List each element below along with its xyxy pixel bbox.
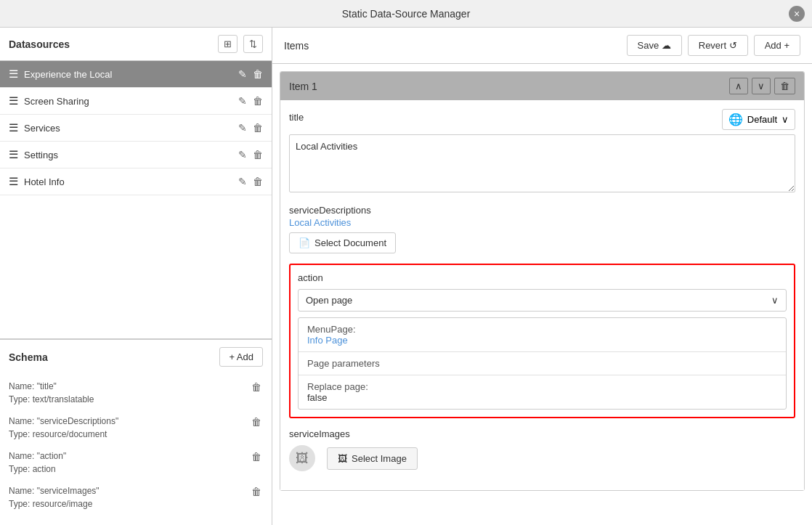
schema-label: Schema [9, 351, 48, 363]
datasources-label: Datasources [9, 38, 70, 50]
page-params-row: Page parameters [299, 352, 786, 375]
save-button[interactable]: Save ☁ [627, 35, 682, 56]
browse-icon-button[interactable]: ⊞ [218, 35, 237, 53]
edit-button-settings[interactable]: ✎ [238, 149, 247, 160]
datasource-item-hotel-info[interactable]: ☰ Hotel Info ✎ 🗑 [0, 168, 272, 195]
schema-delete-title[interactable]: 🗑 [250, 380, 263, 394]
ds-stack-icon-2: ☰ [9, 94, 18, 107]
ds-stack-icon: ☰ [9, 68, 18, 81]
datasource-label-2: Screen Sharing [24, 96, 238, 107]
item-down-button[interactable]: ∨ [752, 78, 771, 94]
datasource-label-5: Hotel Info [24, 176, 238, 187]
select-img-label: Select Image [352, 453, 407, 464]
title-field-label: title [289, 112, 304, 123]
action-dropdown[interactable]: Open page ∨ [298, 289, 787, 312]
item-up-button[interactable]: ∧ [729, 78, 748, 94]
left-panel: Datasources ⊞ ⇅ ☰ Experience the Local ✎… [0, 28, 272, 525]
replace-page-row: Replace page: false [299, 375, 786, 409]
delete-button-settings[interactable]: 🗑 [253, 149, 263, 160]
service-images-label: serviceImages [289, 428, 795, 439]
select-doc-label: Select Document [314, 237, 386, 248]
window-title: Static Data-Source Manager [342, 8, 471, 20]
datasource-item-screen-sharing[interactable]: ☰ Screen Sharing ✎ 🗑 [0, 88, 272, 115]
action-dropdown-value: Open page [306, 295, 352, 306]
action-label: action [298, 272, 787, 283]
schema-field-title: Name: "title" Type: text/translatable 🗑 [9, 380, 263, 406]
lang-label: Default [747, 114, 777, 125]
edit-button-hotel[interactable]: ✎ [238, 176, 247, 187]
datasource-item-services[interactable]: ☰ Services ✎ 🗑 [0, 115, 272, 142]
schema-add-button[interactable]: + Add [219, 347, 263, 367]
delete-button-services[interactable]: 🗑 [253, 122, 263, 134]
title-field-header: title 🌐 Default ∨ [289, 109, 795, 130]
datasource-label: Experience the Local [24, 69, 238, 80]
schema-field-service-images: Name: "serviceImages" Type: resource/ima… [9, 484, 263, 510]
datasources-header-actions: ⊞ ⇅ [215, 35, 263, 53]
datasource-label-3: Services [24, 123, 238, 134]
schema-field-name-title: Name: "title" [9, 380, 94, 393]
schema-field-name-servicedesc: Name: "serviceDescriptions" [9, 415, 118, 428]
main-layout: Datasources ⊞ ⇅ ☰ Experience the Local ✎… [0, 28, 812, 525]
right-content: Item 1 ∧ ∨ 🗑 title 🌐 [272, 64, 812, 525]
service-desc-label: serviceDescriptions [289, 205, 795, 216]
add-item-button[interactable]: Add + [754, 35, 800, 56]
title-bar: Static Data-Source Manager × [0, 0, 812, 28]
datasource-label-4: Settings [24, 150, 238, 160]
service-desc-value: Local Activities [289, 217, 795, 228]
schema-fields: Name: "title" Type: text/translatable 🗑 … [0, 374, 272, 525]
schema-field-name-action: Name: "action" [9, 449, 66, 463]
item-title: Item 1 [289, 81, 317, 92]
schema-header: Schema + Add [0, 340, 272, 374]
menu-page-row: MenuPage: Info Page [299, 318, 786, 352]
ds-stack-icon-3: ☰ [9, 121, 18, 134]
replace-page-key: Replace page: [307, 381, 368, 392]
schema-delete-servicedesc[interactable]: 🗑 [250, 415, 263, 429]
schema-delete-action[interactable]: 🗑 [250, 449, 263, 464]
revert-button[interactable]: Revert ↺ [688, 35, 748, 56]
edit-button-experience[interactable]: ✎ [238, 68, 247, 80]
select-image-button[interactable]: 🖼 Select Image [327, 447, 418, 470]
right-panel: Items Save ☁ Revert ↺ Add + Item 1 ∧ ∨ 🗑 [272, 28, 812, 525]
datasource-list: ☰ Experience the Local ✎ 🗑 ☰ Screen Shar… [0, 61, 272, 338]
right-header: Items Save ☁ Revert ↺ Add + [272, 28, 812, 64]
item-card-1: Item 1 ∧ ∨ 🗑 title 🌐 [280, 71, 805, 491]
schema-delete-serviceimages[interactable]: 🗑 [250, 484, 263, 499]
delete-button-hotel[interactable]: 🗑 [253, 176, 263, 187]
item-header: Item 1 ∧ ∨ 🗑 [280, 72, 804, 100]
action-details: MenuPage: Info Page Page parameters Repl… [298, 317, 787, 410]
action-chevron-icon: ∨ [771, 295, 779, 306]
menu-page-value: Info Page [307, 335, 348, 346]
page-params-label: Page parameters [307, 358, 380, 369]
item-delete-button[interactable]: 🗑 [774, 78, 795, 94]
doc-icon: 📄 [299, 237, 310, 248]
lang-flag: 🌐 [728, 113, 743, 126]
datasource-item-settings[interactable]: ☰ Settings ✎ 🗑 [0, 142, 272, 168]
ds-stack-icon-5: ☰ [9, 175, 18, 188]
title-textarea[interactable]: Local Activities [289, 134, 795, 192]
datasource-item-experience[interactable]: ☰ Experience the Local ✎ 🗑 [0, 61, 272, 88]
schema-section: Schema + Add Name: "title" Type: text/tr… [0, 338, 272, 525]
service-images-row: serviceImages 🖼 🖼 Select Image [289, 428, 795, 471]
delete-button-screen[interactable]: 🗑 [253, 95, 263, 107]
select-document-button[interactable]: 📄 Select Document [289, 232, 396, 253]
schema-field-type-action: Type: action [9, 463, 66, 476]
replace-page-value: false [307, 392, 327, 403]
menu-page-key: MenuPage: [307, 324, 356, 335]
image-placeholder: 🖼 [289, 445, 315, 471]
lang-chevron-icon: ∨ [781, 114, 789, 125]
edit-button-services[interactable]: ✎ [238, 122, 247, 134]
lang-selector[interactable]: 🌐 Default ∨ [722, 109, 795, 130]
action-section: action Open page ∨ MenuPage: Info Page [289, 264, 795, 418]
schema-field-name-serviceimages: Name: "serviceImages" [9, 484, 100, 497]
delete-button-experience[interactable]: 🗑 [253, 68, 263, 80]
edit-button-screen[interactable]: ✎ [238, 95, 247, 107]
settings-icon-button[interactable]: ⇅ [243, 35, 263, 53]
items-label: Items [284, 40, 309, 52]
schema-field-type-serviceimages: Type: resource/image [9, 497, 100, 510]
title-field-row: title 🌐 Default ∨ Local Activities [289, 109, 795, 195]
schema-field-action: Name: "action" Type: action 🗑 [9, 449, 263, 476]
right-header-actions: Save ☁ Revert ↺ Add + [627, 35, 801, 56]
datasources-header: Datasources ⊞ ⇅ [0, 28, 272, 61]
close-button[interactable]: × [789, 6, 805, 22]
item-body: title 🌐 Default ∨ Local Activities servi… [280, 100, 804, 490]
